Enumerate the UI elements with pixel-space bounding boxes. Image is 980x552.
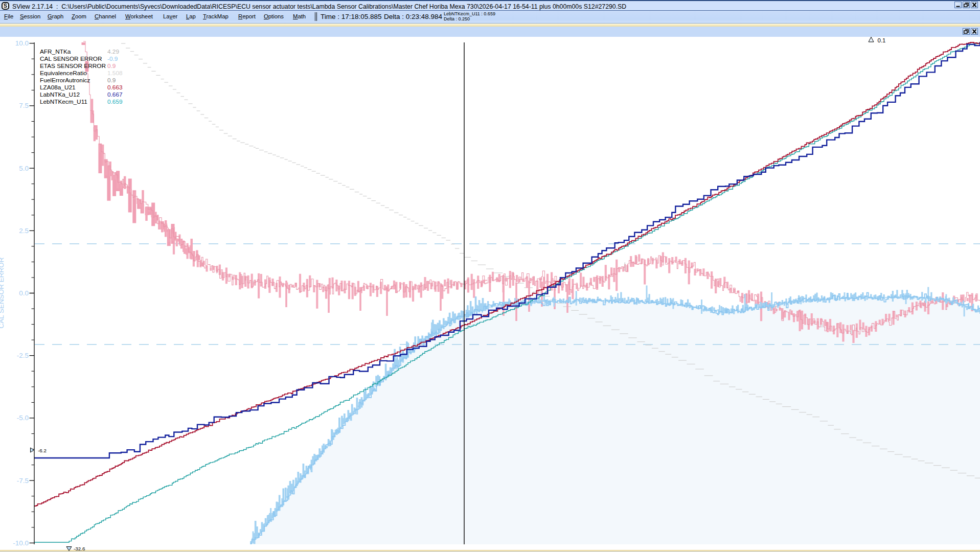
svg-text:0.667: 0.667 bbox=[107, 91, 123, 98]
svg-text:7.5: 7.5 bbox=[19, 102, 29, 109]
svg-text:FuelErrorAutronicz: FuelErrorAutronicz bbox=[40, 77, 90, 84]
svg-text:CAL SENSOR ERROR: CAL SENSOR ERROR bbox=[0, 257, 5, 328]
svg-text:-10.0: -10.0 bbox=[13, 539, 29, 547]
svg-text:LZA08a_U21: LZA08a_U21 bbox=[40, 84, 76, 91]
svg-text:2.5: 2.5 bbox=[19, 227, 29, 235]
svg-text:10.0: 10.0 bbox=[15, 39, 29, 47]
svg-text:0.663: 0.663 bbox=[107, 84, 123, 91]
svg-text:-6.2: -6.2 bbox=[38, 448, 47, 453]
svg-text:5.0: 5.0 bbox=[19, 165, 29, 172]
svg-text:LebNTKecm_U11: LebNTKecm_U11 bbox=[40, 98, 87, 105]
svg-text:0.9: 0.9 bbox=[107, 77, 116, 84]
svg-text:0.1: 0.1 bbox=[878, 37, 886, 43]
svg-text:-32.6: -32.6 bbox=[74, 546, 85, 551]
svg-text:EquivalenceRatio: EquivalenceRatio bbox=[40, 70, 87, 77]
svg-text:0.659: 0.659 bbox=[107, 98, 123, 105]
svg-text:0.9: 0.9 bbox=[107, 62, 116, 70]
svg-text:AFR_NTKa: AFR_NTKa bbox=[40, 48, 71, 55]
svg-text:1.508: 1.508 bbox=[107, 70, 123, 77]
svg-text:CAL SENSOR ERROR: CAL SENSOR ERROR bbox=[40, 55, 102, 62]
svg-text:-0.9: -0.9 bbox=[107, 55, 118, 62]
svg-text:ETAS SENSOR ERROR: ETAS SENSOR ERROR bbox=[40, 62, 106, 70]
svg-text:-5.0: -5.0 bbox=[17, 414, 29, 422]
svg-text:LabNTKa_U12: LabNTKa_U12 bbox=[40, 91, 80, 98]
svg-text:-7.5: -7.5 bbox=[17, 477, 29, 485]
svg-text:4.29: 4.29 bbox=[107, 48, 119, 55]
svg-text:-2.5: -2.5 bbox=[17, 352, 29, 359]
svg-text:0.0: 0.0 bbox=[19, 289, 29, 297]
